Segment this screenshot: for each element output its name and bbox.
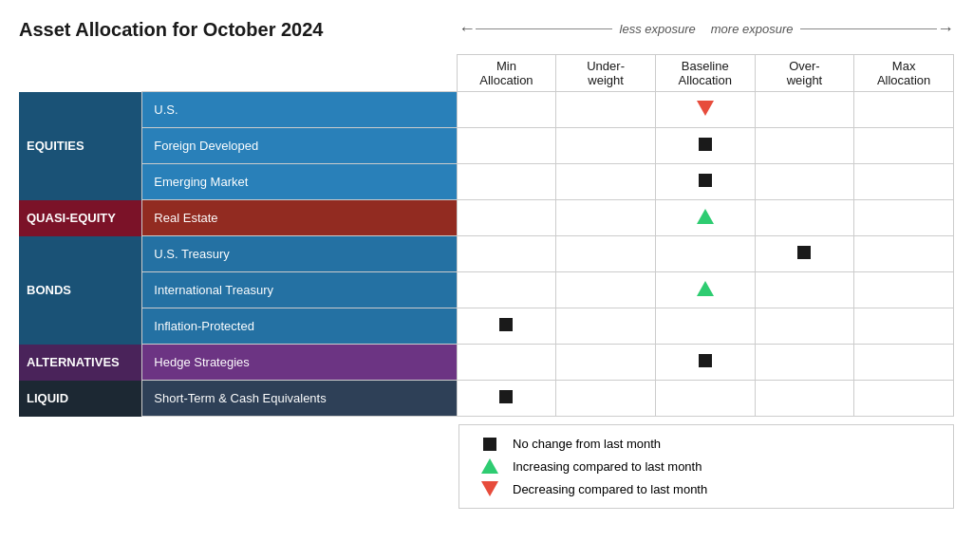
baselineAllocation-cell [655,308,755,345]
sub-category-cell: Emerging Market [142,164,457,200]
col-baseline: BaselineAllocation [655,55,755,92]
overweight-cell [755,200,854,236]
baselineAllocation-cell [655,272,755,308]
less-exposure-label: less exposure [612,22,703,36]
minAllocation-cell [457,272,556,308]
table-row: ALTERNATIVESHedge Strategies [19,345,954,381]
category-cell: QUASI-EQUITY [19,200,142,236]
category-cell: BONDS [19,236,142,345]
sub-category-cell: Inflation-Protected [142,308,457,345]
overweight-cell [755,92,854,128]
maxAllocation-cell [854,381,954,417]
underweight-cell [556,236,656,272]
maxAllocation-cell [854,308,954,345]
col-overweight: Over-weight [755,55,854,92]
overweight-cell [755,128,854,164]
overweight-cell [755,164,854,200]
baselineAllocation-cell [655,381,755,417]
square-symbol [797,246,811,259]
table-row: Emerging Market [19,164,954,200]
table-row: Inflation-Protected [19,308,954,345]
underweight-cell [556,92,656,128]
maxAllocation-cell [854,345,954,381]
baselineAllocation-cell [655,128,755,164]
square-symbol [699,174,712,187]
triangle-down-symbol [697,101,714,116]
square-symbol [499,390,513,403]
sub-category-cell: Hedge Strategies [142,345,457,381]
legend-item: No change from last month [478,437,934,451]
sub-category-cell: Foreign Developed [142,128,457,164]
square-symbol [483,438,496,451]
triangle-up-symbol [697,209,714,224]
empty-header [19,55,457,92]
category-cell: ALTERNATIVES [19,345,142,381]
overweight-cell [755,236,854,272]
square-symbol [699,354,712,367]
arrow-right-icon: → [937,19,954,39]
sub-category-cell: U.S. Treasury [142,236,457,272]
table-row: EQUITIESU.S. [19,92,954,128]
minAllocation-cell [457,345,556,381]
overweight-cell [755,345,854,381]
legend-text: Increasing compared to last month [513,459,702,474]
maxAllocation-cell [854,128,954,164]
underweight-cell [556,164,656,200]
underweight-cell [556,128,656,164]
maxAllocation-cell [854,272,954,308]
legend-box: No change from last monthIncreasing comp… [458,424,954,509]
square-symbol [699,138,712,151]
baselineAllocation-cell [655,92,755,128]
minAllocation-cell [457,236,556,272]
triangle-down-symbol [481,481,498,496]
minAllocation-cell [457,164,556,200]
sub-category-cell: Real Estate [142,200,457,236]
table-row: International Treasury [19,272,954,308]
baselineAllocation-cell [655,345,755,381]
more-exposure-label: more exposure [703,22,801,36]
minAllocation-cell [457,381,556,417]
overweight-cell [755,381,854,417]
col-underweight: Under-weight [556,55,656,92]
maxAllocation-cell [854,164,954,200]
maxAllocation-cell [854,236,954,272]
legend-text: Decreasing compared to last month [513,482,707,496]
overweight-cell [755,308,854,345]
triangle-up-symbol [481,458,498,474]
sub-category-cell: Short-Term & Cash Equivalents [142,381,457,417]
minAllocation-cell [457,128,556,164]
col-max-allocation: MaxAllocation [854,55,954,92]
allocation-table: MinAllocation Under-weight BaselineAlloc… [19,54,954,417]
underweight-cell [556,272,656,308]
baselineAllocation-cell [655,200,755,236]
table-row: Foreign Developed [19,128,954,164]
minAllocation-cell [457,92,556,128]
maxAllocation-cell [854,92,954,128]
legend-text: No change from last month [513,437,661,451]
minAllocation-cell [457,200,556,236]
triangle-up-symbol [697,281,714,296]
table-row: QUASI-EQUITYReal Estate [19,200,954,236]
legend-item: Decreasing compared to last month [478,481,934,496]
minAllocation-cell [457,308,556,345]
sub-category-cell: U.S. [142,92,457,128]
baselineAllocation-cell [655,236,755,272]
legend-item: Increasing compared to last month [478,458,934,474]
table-row: BONDSU.S. Treasury [19,236,954,272]
sub-category-cell: International Treasury [142,272,457,308]
underweight-cell [556,381,656,417]
category-cell: LIQUID [19,381,142,417]
page-title: Asset Allocation for October 2024 [19,19,456,41]
col-min-allocation: MinAllocation [457,55,556,92]
square-symbol [499,318,513,331]
category-cell: EQUITIES [19,92,142,200]
table-row: LIQUIDShort-Term & Cash Equivalents [19,381,954,417]
underweight-cell [556,345,656,381]
baselineAllocation-cell [655,164,755,200]
arrow-left-icon: ← [458,19,476,39]
underweight-cell [556,200,656,236]
overweight-cell [755,272,854,308]
underweight-cell [556,308,656,345]
maxAllocation-cell [854,200,954,236]
